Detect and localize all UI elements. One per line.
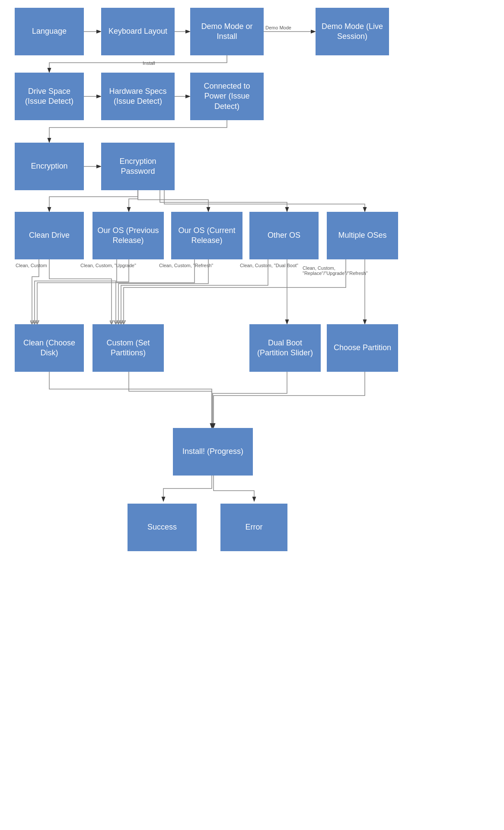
node-error: Error	[220, 504, 287, 551]
node-connected-power: Connected to Power (Issue Detect)	[190, 73, 264, 120]
node-our-os-prev: Our OS (Previous Release)	[93, 212, 164, 259]
node-choose-partition: Choose Partition	[327, 324, 398, 372]
node-our-os-curr: Our OS (Current Release)	[171, 212, 242, 259]
node-dual-boot: Dual Boot (Partition Slider)	[249, 324, 321, 372]
label-clean-custom-upgrade: Clean, Custom, "Upgrade"	[80, 263, 136, 268]
node-drive-space: Drive Space (Issue Detect)	[15, 73, 84, 120]
node-encryption-password: Encryption Password	[101, 143, 175, 190]
node-other-os: Other OS	[249, 212, 319, 259]
arrows-svg	[0, 0, 504, 830]
label-clean-custom-dualboot: Clean, Custom, "Dual Boot"	[240, 263, 298, 268]
node-language: Language	[15, 8, 84, 55]
node-install-progress: Install! (Progress)	[173, 428, 253, 476]
diagram-container: Language Keyboard Layout Demo Mode or In…	[0, 0, 504, 830]
label-clean-custom: Clean, Custom	[16, 263, 47, 268]
node-clean-choose-disk: Clean (Choose Disk)	[15, 324, 84, 372]
node-demo-mode-or-install: Demo Mode or Install	[190, 8, 264, 55]
node-success: Success	[128, 504, 197, 551]
node-keyboard-layout: Keyboard Layout	[101, 8, 175, 55]
label-demo-mode: Demo Mode	[265, 25, 291, 30]
label-clean-custom-refresh: Clean, Custom, "Refresh"	[159, 263, 213, 268]
node-multiple-oses: Multiple OSes	[327, 212, 398, 259]
node-demo-mode-live: Demo Mode (Live Session)	[316, 8, 389, 55]
label-install: Install	[143, 61, 155, 66]
node-hardware-specs: Hardware Specs (Issue Detect)	[101, 73, 175, 120]
node-custom-set-partitions: Custom (Set Partitions)	[93, 324, 164, 372]
node-clean-drive: Clean Drive	[15, 212, 84, 259]
label-clean-custom-multiple: Clean, Custom, "Replace"/"Upgrade"/"Refr…	[303, 265, 372, 276]
node-encryption: Encryption	[15, 143, 84, 190]
